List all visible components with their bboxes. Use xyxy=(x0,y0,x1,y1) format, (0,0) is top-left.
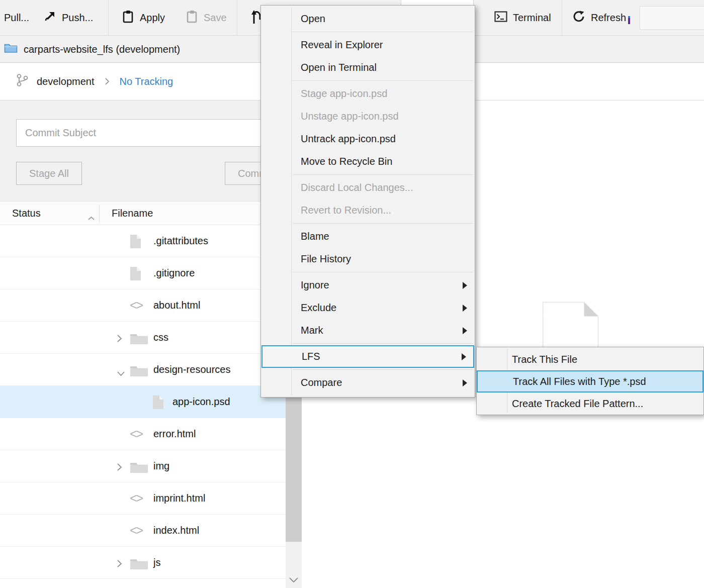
context-menu-item-ignore[interactable]: Ignore xyxy=(261,274,474,297)
repo-folder-icon xyxy=(4,43,18,56)
context-menu-item-blame[interactable]: Blame xyxy=(261,225,474,248)
push-arrow-icon xyxy=(44,11,56,25)
context-menu-item-compare[interactable]: Compare xyxy=(261,371,474,394)
file-name: .gitattributes xyxy=(153,225,208,257)
chevron-down-icon[interactable] xyxy=(117,367,125,379)
chevron-right-icon[interactable] xyxy=(117,559,122,570)
submenu-item-create-tracked-file-pattern[interactable]: Create Tracked File Pattern... xyxy=(477,393,703,415)
context-menu-item-move-to-recycle-bin[interactable]: Move to Recycle Bin xyxy=(261,150,474,173)
context-menu-item-file-history[interactable]: File History xyxy=(261,248,474,270)
toolbar-divider xyxy=(108,0,109,35)
html-file-icon: <> xyxy=(130,515,142,546)
file-name: about.html xyxy=(153,289,200,321)
git-branch-icon xyxy=(16,73,29,89)
menu-item-label: Create Tracked File Pattern... xyxy=(512,398,643,409)
pull-button[interactable]: Pull... xyxy=(4,0,29,35)
table-row[interactable]: .gitignore xyxy=(0,257,286,289)
menu-separator xyxy=(293,272,473,272)
clipped-toolbar-button[interactable] xyxy=(251,0,260,35)
table-row[interactable]: js xyxy=(0,547,286,579)
tracking-status-label[interactable]: No Tracking xyxy=(120,76,173,87)
table-row[interactable]: <> about.html xyxy=(0,289,286,322)
menu-item-label: Discard Local Changes... xyxy=(301,182,413,193)
file-name: app-icon.psd xyxy=(172,386,230,418)
menu-item-label: Ignore xyxy=(301,279,329,290)
file-name: imprint.html xyxy=(153,482,205,514)
context-menu-item-exclude[interactable]: Exclude xyxy=(261,297,474,319)
submenu-item-track-all-files-with-type[interactable]: Track All Files with Type *.psd xyxy=(477,370,703,393)
terminal-icon xyxy=(494,11,507,25)
context-menu-item-open-in-terminal[interactable]: Open in Terminal xyxy=(261,56,474,79)
submenu-item-track-this-file[interactable]: Track This File xyxy=(477,348,703,370)
scrollbar-down-arrow[interactable] xyxy=(289,576,299,585)
status-column-header[interactable]: Status xyxy=(12,202,41,225)
table-row[interactable]: <> error.html xyxy=(0,418,286,450)
table-row[interactable]: design-resources xyxy=(0,354,286,386)
file-name: error.html xyxy=(153,418,196,450)
file-list: .gitattributes .gitignore <> about.html … xyxy=(0,225,302,588)
filename-column-header[interactable]: Filename xyxy=(112,202,153,225)
clipboard-apply-icon xyxy=(122,10,134,26)
file-icon xyxy=(130,234,141,251)
context-menu-item-discard-local-changes: Discard Local Changes... xyxy=(261,176,474,199)
context-menu-item-untrack[interactable]: Untrack app-icon.psd xyxy=(261,128,474,150)
file-name: index.html xyxy=(153,515,199,546)
folder-name: design-resources xyxy=(153,354,230,385)
apply-button-label: Apply xyxy=(140,12,165,24)
refresh-button-label: Refresh xyxy=(591,12,626,24)
chevron-right-icon xyxy=(105,77,110,85)
stage-all-button[interactable]: Stage All xyxy=(16,162,82,185)
folder-name: css xyxy=(153,322,168,353)
clipped-icon-fragment xyxy=(251,8,260,28)
stash-save-button[interactable]: Save xyxy=(186,0,227,35)
context-menu-item-mark[interactable]: Mark xyxy=(261,319,474,342)
current-branch-label[interactable]: development xyxy=(37,76,95,87)
menu-separator xyxy=(293,174,473,175)
clipped-icon-fragment xyxy=(628,16,630,24)
file-icon xyxy=(152,395,164,412)
context-menu-item-lfs[interactable]: LFS xyxy=(261,345,474,368)
folder-icon xyxy=(130,460,148,476)
chevron-right-icon[interactable] xyxy=(117,334,122,345)
save-button-label: Save xyxy=(204,12,227,24)
context-menu-item-reveal-in-explorer[interactable]: Reveal in Explorer xyxy=(261,34,474,56)
menu-item-label: Blame xyxy=(301,231,329,242)
toolbar-field-fragment xyxy=(401,0,474,5)
context-menu-item-unstage: Unstage app-icon.psd xyxy=(261,105,474,128)
table-row[interactable]: <> imprint.html xyxy=(0,482,286,515)
table-row[interactable]: img xyxy=(0,450,286,482)
push-button[interactable]: Push... xyxy=(44,0,93,35)
menu-item-label: Stage app-icon.psd xyxy=(301,88,387,99)
repository-tab[interactable]: carparts-website_lfs (development) xyxy=(0,36,180,63)
commit-subject-input[interactable] xyxy=(16,119,286,147)
quick-search-box[interactable] xyxy=(640,6,704,30)
folder-icon xyxy=(130,364,148,379)
table-row-selected[interactable]: app-icon.psd xyxy=(0,386,286,418)
refresh-button[interactable]: Refresh xyxy=(572,0,626,35)
context-menu-item-open[interactable]: Open xyxy=(261,8,474,30)
table-row[interactable]: .gitattributes xyxy=(0,225,286,257)
toolbar-divider xyxy=(237,0,237,35)
html-file-icon: <> xyxy=(130,289,142,321)
context-menu-item-revert-to-revision: Revert to Revision... xyxy=(261,199,474,222)
menu-item-label: Track All Files with Type *.psd xyxy=(513,376,646,387)
menu-item-label: Compare xyxy=(301,377,342,388)
menu-item-label: LFS xyxy=(302,351,320,362)
table-row[interactable]: css xyxy=(0,322,286,354)
chevron-right-icon[interactable] xyxy=(117,462,122,474)
menu-separator xyxy=(293,223,473,224)
menu-item-label: Exclude xyxy=(301,302,336,313)
menu-item-label: Track This File xyxy=(512,354,577,365)
terminal-button[interactable]: Terminal xyxy=(494,0,551,35)
menu-item-label: Untrack app-icon.psd xyxy=(301,133,396,144)
repository-tab-title: carparts-website_lfs (development) xyxy=(24,44,180,55)
menu-separator xyxy=(293,32,473,32)
table-row[interactable]: <> index.html xyxy=(0,515,286,547)
menu-item-label: Move to Recycle Bin xyxy=(301,156,392,167)
menu-item-label: Mark xyxy=(301,325,323,336)
file-name: .gitignore xyxy=(153,257,195,289)
pull-button-label: Pull... xyxy=(4,12,29,24)
stash-apply-button[interactable]: Apply xyxy=(122,0,165,35)
folder-name: img xyxy=(153,450,169,482)
folder-icon xyxy=(130,557,148,572)
